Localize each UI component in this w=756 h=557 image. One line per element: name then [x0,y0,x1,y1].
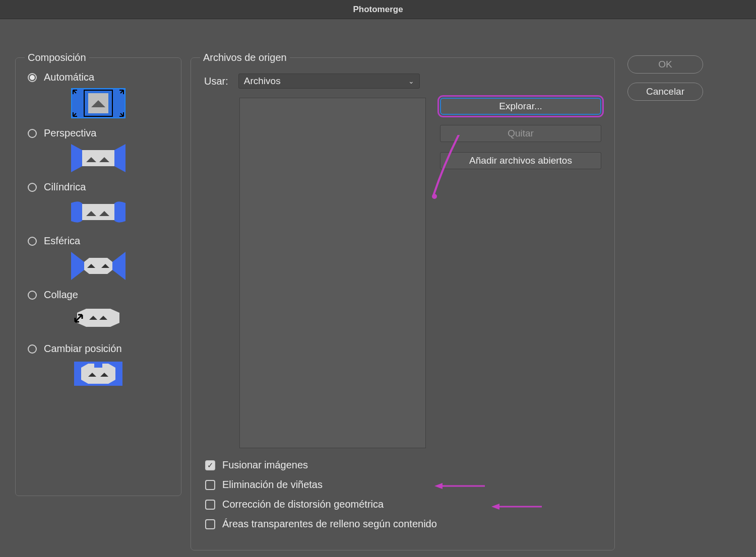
use-row: Usar: Archivos ⌄ [200,74,605,89]
layout-label: Collage [44,289,78,301]
remove-button-label: Quitar [508,128,534,139]
layout-option-spherical[interactable]: Esférica [25,235,172,284]
layout-label: Cambiar posición [44,343,122,355]
add-open-files-button[interactable]: Añadir archivos abiertos [440,152,601,169]
checkbox-blend-images[interactable]: ✓ Fusionar imágenes [205,459,605,471]
svg-rect-6 [82,150,114,166]
use-select-value: Archivos [244,76,281,86]
cancel-button-label: Cancelar [646,86,684,97]
chevron-down-icon: ⌄ [408,74,414,88]
checkbox-label: Áreas transparentes de relleno según con… [222,518,437,530]
browse-button-label: Explorar... [499,101,542,112]
file-list[interactable] [239,98,426,448]
radio-icon [28,237,37,246]
layout-option-collage[interactable]: Collage [25,289,172,338]
window-title: Photomerge [353,5,403,14]
cancel-button[interactable]: Cancelar [627,83,703,101]
ok-button-label: OK [658,59,672,70]
svg-marker-8 [71,252,84,280]
layout-option-perspective[interactable]: Perspectiva [25,127,172,176]
radio-icon [28,129,37,138]
checkbox-label: Fusionar imágenes [222,459,308,471]
layout-option-cylindrical[interactable]: Cilíndrica [25,181,172,230]
radio-icon [28,344,37,354]
checkbox-icon [205,500,215,510]
layout-label: Automática [44,72,94,83]
use-select[interactable]: Archivos ⌄ [238,74,420,89]
layout-label: Esférica [44,235,80,247]
layout-thumb-cylindrical [25,193,172,230]
ok-button[interactable]: OK [627,55,703,74]
layout-thumb-perspective [25,139,172,176]
source-middle-row: Explorar... Quitar Añadir archivos abier… [200,98,605,448]
window-titlebar: Photomerge [0,0,756,19]
options-checklist: ✓ Fusionar imágenes Eliminación de viñet… [200,448,605,530]
layout-option-auto[interactable]: Automática [25,72,172,122]
checkbox-content-aware-fill[interactable]: Áreas transparentes de relleno según con… [205,518,605,530]
dialog-body: Composición Automática [0,19,756,557]
svg-marker-13 [77,309,119,327]
file-buttons-column: Explorar... Quitar Añadir archivos abier… [440,98,601,448]
layout-thumb-collage [25,301,172,338]
svg-marker-4 [71,144,82,172]
svg-marker-10 [84,258,112,274]
layout-thumb-reposition [25,355,172,392]
use-label: Usar: [204,76,228,87]
browse-button[interactable]: Explorar... [440,98,601,115]
radio-icon [28,291,37,300]
checkbox-label: Eliminación de viñetas [222,479,323,491]
add-open-files-label: Añadir archivos abiertos [469,155,572,166]
layout-thumb-auto [25,83,172,122]
layout-label: Cilíndrica [44,181,86,193]
radio-icon [28,73,37,82]
svg-rect-7 [82,204,114,220]
checkbox-geometric-distortion[interactable]: Corrección de distorsión geométrica [205,499,605,510]
svg-marker-9 [112,252,125,280]
layout-option-reposition[interactable]: Cambiar posición [25,343,172,392]
checkbox-vignette-removal[interactable]: Eliminación de viñetas [205,479,605,491]
checkbox-icon: ✓ [205,460,215,470]
checkbox-icon [205,480,215,490]
checkbox-label: Corrección de distorsión geométrica [222,499,384,510]
layout-thumb-spherical [25,247,172,284]
radio-icon [28,183,37,192]
layout-label: Perspectiva [44,127,97,139]
composition-legend: Composición [25,52,89,63]
svg-marker-5 [114,144,125,172]
source-files-legend: Archivos de origen [200,52,290,63]
composition-panel: Composición Automática [15,52,181,496]
remove-button[interactable]: Quitar [440,125,601,142]
dialog-action-buttons: OK Cancelar [627,55,703,101]
checkbox-icon [205,519,215,529]
source-files-panel: Archivos de origen Usar: Archivos ⌄ Expl… [191,52,615,550]
svg-rect-21 [94,362,102,368]
